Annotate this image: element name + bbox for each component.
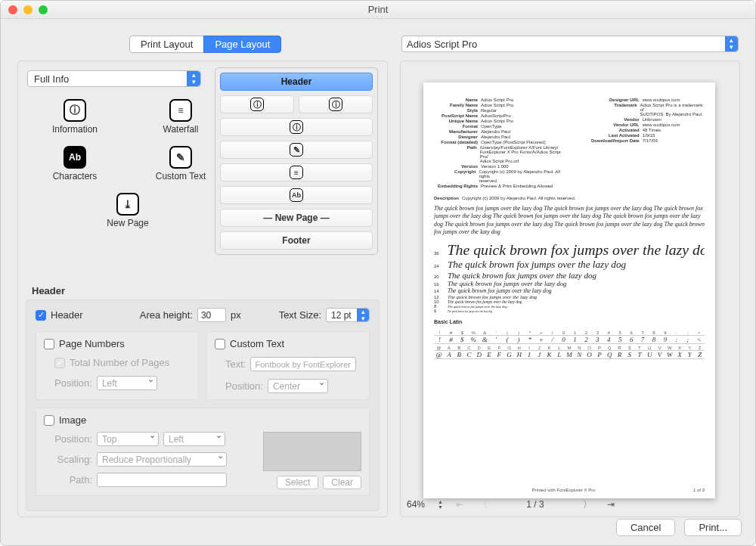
info-icon: ⓘ (64, 99, 86, 122)
preview-nav: 64% ▲▼ ⇤ 〈 1 / 3 〉 ⇥ (407, 497, 733, 512)
block-custom-text[interactable]: ✎ Custom Text (150, 146, 211, 181)
prev-page-button[interactable]: 〈 (476, 498, 490, 511)
layout-stack: Header ⓘ ⓘ ⓘ ✎ ≡ Ab — New Page — Footer (215, 67, 378, 255)
area-height-input[interactable]: 30 (197, 308, 226, 322)
customtext-position-dropdown: Center (268, 379, 328, 393)
image-clear-button: Clear (323, 476, 361, 489)
last-page-button[interactable]: ⇥ (605, 499, 617, 510)
new-page-icon: ⤓ (116, 193, 139, 216)
first-page-button[interactable]: ⇤ (454, 499, 466, 510)
block-new-page[interactable]: ⤓ New Page (41, 193, 215, 228)
image-checkbox[interactable] (44, 415, 54, 426)
tab-print-layout[interactable]: Print Layout (129, 36, 204, 53)
image-preview (263, 432, 361, 471)
cancel-button[interactable]: Cancel (616, 519, 675, 536)
left-panel: Full Info ▴▾ ⓘ Information ≡ Waterfall A… (17, 60, 388, 517)
stack-info-2[interactable]: ⓘ (299, 95, 373, 113)
image-scaling-dropdown: Reduce Proportionally (97, 452, 227, 467)
custom-text-icon: ✎ (290, 143, 303, 157)
window-title: Print (1, 4, 755, 15)
stack-info-1[interactable]: ⓘ (220, 95, 294, 113)
info-mode-dropdown[interactable]: Full Info ▴▾ (27, 70, 201, 87)
info-icon: ⓘ (329, 98, 342, 111)
zoom-stepper[interactable]: ▲▼ (438, 499, 443, 510)
page-indicator: 1 / 3 (526, 499, 544, 510)
waterfall-icon: ≡ (290, 166, 303, 179)
waterfall-icon: ≡ (169, 99, 192, 122)
preview-page: NameAdios Script ProFamily NameAdios Scr… (423, 82, 715, 498)
preview-panel: NameAdios Script ProFamily NameAdios Scr… (400, 60, 740, 517)
stack-new-page[interactable]: — New Page — (220, 209, 373, 227)
info-icon: ⓘ (250, 98, 264, 111)
stack-custom-text[interactable]: ✎ (220, 141, 373, 159)
header-section-label: Header (32, 285, 65, 296)
header-enable-checkbox[interactable]: ✓ (36, 310, 46, 321)
header-settings: ✓ Header Area height: 30 px Text Size: 1… (26, 299, 380, 511)
characters-icon: Ab (290, 188, 303, 202)
image-vpos-dropdown: Top (97, 432, 159, 446)
info-icon: ⓘ (290, 120, 303, 134)
block-information[interactable]: ⓘ Information (45, 99, 105, 135)
font-dropdown[interactable]: Adios Script Pro ▴▾ (401, 36, 739, 52)
stack-characters[interactable]: Ab (220, 186, 373, 204)
custom-text-checkbox[interactable] (215, 339, 225, 349)
stack-waterfall[interactable]: ≡ (220, 163, 373, 181)
next-page-button[interactable]: 〉 (581, 498, 594, 511)
layout-tabs: Print Layout Page Layout (129, 36, 281, 53)
image-select-button: Select (277, 476, 318, 489)
total-pages-checkbox: ✓ (54, 358, 65, 368)
stack-header[interactable]: Header (220, 73, 373, 91)
zoom-value: 64% (407, 499, 425, 510)
pagenum-position-dropdown: Left (97, 376, 157, 390)
block-characters[interactable]: Ab Characters (45, 146, 105, 181)
page-numbers-checkbox[interactable] (44, 339, 54, 349)
custom-text-icon: ✎ (169, 146, 192, 169)
custom-text-input: Fontbook by FontExplorer (250, 357, 356, 371)
titlebar: Print (1, 1, 755, 19)
block-waterfall[interactable]: ≡ Waterfall (150, 99, 211, 135)
characters-icon: Ab (64, 146, 86, 169)
image-path-input (97, 473, 227, 487)
stack-info-3[interactable]: ⓘ (220, 118, 373, 136)
font-dropdown-label: Adios Script Pro (407, 39, 477, 50)
image-hpos-dropdown: Left (163, 432, 225, 446)
print-button[interactable]: Print... (684, 519, 742, 536)
tab-page-layout[interactable]: Page Layout (203, 36, 281, 53)
stack-footer[interactable]: Footer (220, 231, 373, 250)
text-size-dropdown[interactable]: 12 pt ▴▾ (326, 308, 370, 322)
